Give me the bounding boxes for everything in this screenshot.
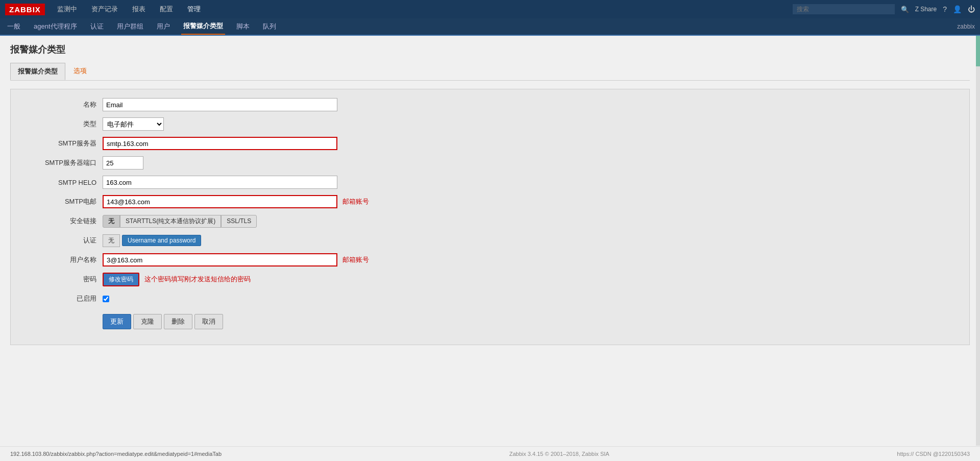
tabs: 报警媒介类型 选项: [10, 63, 970, 81]
username-input[interactable]: [103, 253, 337, 266]
security-label: 安全链接: [21, 216, 103, 226]
update-button[interactable]: 更新: [103, 314, 131, 329]
form-area: 名称 类型 电子邮件短信脚本 SMTP服务器 SMTP服务器端口 SMTP HE…: [10, 89, 970, 345]
nav-queue[interactable]: 队列: [261, 19, 278, 34]
clone-button[interactable]: 克隆: [133, 314, 162, 329]
smtp-server-row: SMTP服务器: [21, 136, 959, 151]
smtp-server-label: SMTP服务器: [21, 139, 103, 148]
cancel-button[interactable]: 取消: [194, 314, 223, 329]
scrollbar[interactable]: [976, 36, 980, 353]
help-button[interactable]: ?: [943, 5, 947, 13]
smtp-email-row: SMTP电邮 邮箱账号: [21, 195, 959, 209]
nav-assets[interactable]: 资产记录: [89, 4, 120, 15]
nav-scripts[interactable]: 脚本: [234, 19, 252, 34]
smtp-helo-input[interactable]: [103, 176, 337, 189]
second-navigation: 一般 agent代理程序 认证 用户群组 用户 报警媒介类型 脚本 队列 zab…: [0, 18, 980, 36]
delete-button[interactable]: 删除: [164, 314, 192, 329]
smtp-helo-row: SMTP HELO: [21, 175, 959, 189]
smtp-helo-label: SMTP HELO: [21, 179, 103, 186]
type-select[interactable]: 电子邮件短信脚本: [103, 117, 164, 131]
smtp-email-label: SMTP电邮: [21, 197, 103, 206]
search-input[interactable]: [793, 4, 895, 14]
password-change-btn[interactable]: 修改密码: [103, 273, 139, 286]
tab-options[interactable]: 选项: [66, 63, 94, 80]
enabled-row: 已启用: [21, 292, 959, 306]
second-nav-right: zabbix: [957, 23, 975, 30]
smtp-port-row: SMTP服务器端口: [21, 156, 959, 170]
nav-auth[interactable]: 认证: [88, 19, 106, 34]
nav-monitoring[interactable]: 监测中: [55, 4, 79, 15]
password-annotation: 这个密码填写刚才发送短信给的密码: [144, 275, 251, 284]
security-btn-group: 无 STARTTLS(纯文本通信协议扩展) SSL/TLS: [103, 215, 257, 228]
nav-config[interactable]: 配置: [158, 4, 175, 15]
smtp-email-annotation: 邮箱账号: [342, 197, 369, 206]
action-buttons: 更新 克隆 删除 取消: [103, 314, 959, 329]
type-label: 类型: [21, 119, 103, 129]
share-button[interactable]: Z Share: [915, 6, 937, 13]
top-navigation: ZABBIX 监测中 资产记录 报表 配置 管理 🔍 Z Share ? 👤 ⏻: [0, 0, 980, 18]
password-row: 密码 修改密码 这个密码填写刚才发送短信给的密码: [21, 272, 959, 286]
nav-agent-proxy[interactable]: agent代理程序: [32, 19, 79, 34]
smtp-port-label: SMTP服务器端口: [21, 158, 103, 167]
password-label: 密码: [21, 275, 103, 284]
auth-none-label: 无: [103, 234, 120, 247]
top-nav-right: 🔍 Z Share ? 👤 ⏻: [793, 4, 975, 14]
page-title: 报警媒介类型: [10, 43, 970, 56]
nav-users[interactable]: 用户: [155, 19, 172, 34]
username-label: 用户名称: [21, 255, 103, 264]
name-row: 名称: [21, 98, 959, 112]
scrollbar-thumb: [976, 36, 980, 66]
nav-reports[interactable]: 报表: [130, 4, 148, 15]
smtp-port-input[interactable]: [103, 156, 143, 169]
username-row: 用户名称 邮箱账号: [21, 253, 959, 267]
name-label: 名称: [21, 100, 103, 109]
name-input[interactable]: [103, 98, 337, 111]
auth-row: 认证 无 Username and password: [21, 233, 959, 248]
username-annotation: 邮箱账号: [342, 255, 369, 264]
auth-username-btn[interactable]: Username and password: [122, 235, 201, 246]
share-icon: Z: [915, 6, 919, 13]
type-row: 类型 电子邮件短信脚本: [21, 117, 959, 131]
enabled-label: 已启用: [21, 294, 103, 303]
security-starttls-btn[interactable]: STARTTLS(纯文本通信协议扩展): [120, 215, 221, 228]
logo[interactable]: ZABBIX: [5, 4, 45, 15]
nav-usergroups[interactable]: 用户群组: [115, 19, 145, 34]
user-icon[interactable]: 👤: [953, 5, 962, 13]
security-ssl-btn[interactable]: SSL/TLS: [221, 215, 257, 228]
tab-media-type[interactable]: 报警媒介类型: [10, 63, 65, 80]
auth-label: 认证: [21, 236, 103, 245]
security-row: 安全链接 无 STARTTLS(纯文本通信协议扩展) SSL/TLS: [21, 214, 959, 228]
page-content: 报警媒介类型 报警媒介类型 选项 名称 类型 电子邮件短信脚本 SMTP服务器 …: [0, 36, 980, 353]
logout-icon[interactable]: ⏻: [968, 5, 975, 13]
nav-general[interactable]: 一般: [5, 19, 22, 34]
smtp-server-input[interactable]: [103, 137, 337, 150]
smtp-email-input[interactable]: [103, 195, 337, 208]
enabled-checkbox[interactable]: [103, 296, 109, 302]
security-none-btn[interactable]: 无: [103, 215, 120, 228]
nav-admin[interactable]: 管理: [185, 4, 203, 15]
search-icon[interactable]: 🔍: [901, 6, 909, 13]
nav-media-types[interactable]: 报警媒介类型: [181, 18, 225, 35]
